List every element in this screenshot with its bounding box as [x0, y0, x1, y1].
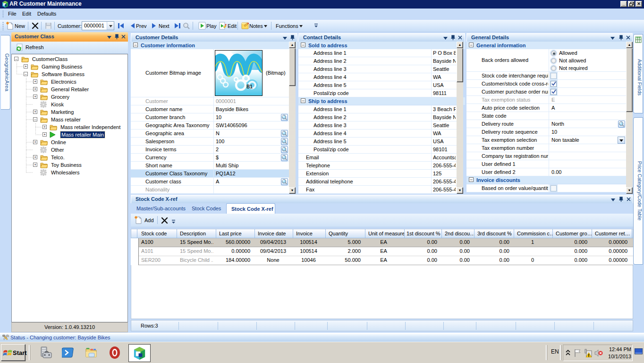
svg-text:B1: B1	[246, 84, 253, 89]
